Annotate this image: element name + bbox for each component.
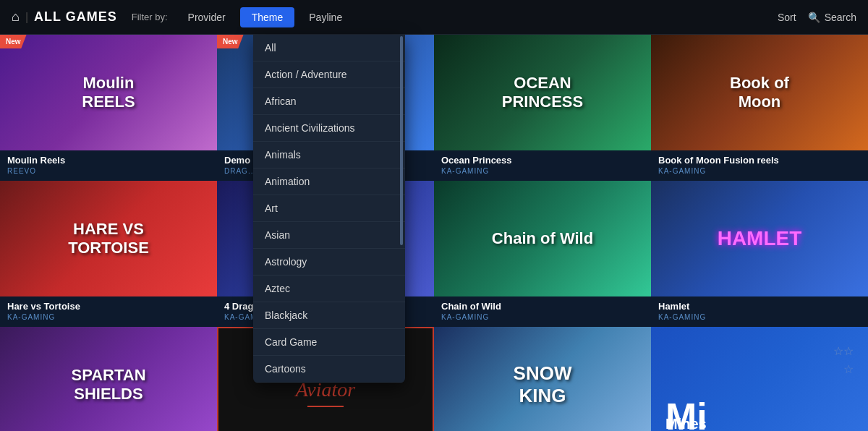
tab-provider[interactable]: Provider — [176, 7, 237, 27]
theme-dropdown: All Action / Adventure African Ancient C… — [253, 35, 405, 383]
game-card-chain-of-wild[interactable]: Chain of Wild Chain of Wild KA-GAMING — [434, 181, 651, 327]
tab-payline[interactable]: Payline — [297, 7, 354, 27]
filter-label: Filter by: — [132, 12, 168, 22]
mines-label: Mines — [665, 416, 707, 431]
main-content: MoulinREELS New Moulin Reels REEVO Demo … — [0, 35, 868, 431]
dropdown-item-ancient-civilizations[interactable]: Ancient Civilizations — [253, 115, 405, 142]
game-title: Ocean Princess — [441, 155, 644, 166]
dropdown-item-animation[interactable]: Animation — [253, 168, 405, 195]
game-card-snow-king[interactable]: SNOWKING Snow King KA-GAMING — [434, 327, 651, 431]
game-card-hare-tortoise[interactable]: HARE VSTORTOISE Hare vs Tortoise KA-GAMI… — [0, 181, 217, 327]
game-image-text: SNOWKING — [508, 357, 578, 413]
dropdown-item-art[interactable]: Art — [253, 195, 405, 222]
sort-button[interactable]: Sort — [778, 12, 796, 23]
game-card-spartan-shields[interactable]: SPARTANSHIELDS Spartan Shields ... — [0, 327, 217, 431]
game-provider: KA-GAMING — [658, 313, 861, 321]
game-card-hamlet[interactable]: HAMLET Hamlet KA-GAMING — [651, 181, 868, 327]
dropdown-item-all[interactable]: All — [253, 35, 405, 61]
game-card-info: Ocean Princess KA-GAMING — [434, 150, 651, 181]
game-card-book-of-moon[interactable]: Book ofMoon Book of Moon Fusion reels KA… — [651, 35, 868, 181]
game-card-info: Book of Moon Fusion reels KA-GAMING — [651, 150, 868, 181]
game-title: Hamlet — [658, 301, 861, 312]
dropdown-item-astrology[interactable]: Astrology — [253, 249, 405, 276]
game-title: Chain of Wild — [441, 301, 644, 312]
game-card-info: Moulin Reels REEVO — [0, 150, 217, 181]
game-provider: REEVO — [7, 167, 210, 175]
game-provider: KA-GAMING — [658, 167, 861, 175]
game-card-ocean-princess[interactable]: OCEANPRINCESS Ocean Princess KA-GAMING — [434, 35, 651, 181]
dropdown-item-african[interactable]: African — [253, 88, 405, 115]
game-image-text: MoulinREELS — [76, 68, 140, 117]
search-icon: 🔍 — [808, 12, 820, 23]
game-card-moulin-reels[interactable]: MoulinREELS New Moulin Reels REEVO — [0, 35, 217, 181]
dropdown-item-blackjack[interactable]: Blackjack — [253, 302, 405, 329]
header: ⌂ | ALL GAMES Filter by: Provider Theme … — [0, 0, 868, 35]
game-title: Book of Moon Fusion reels — [658, 155, 861, 166]
dropdown-item-action-adventure[interactable]: Action / Adventure — [253, 61, 405, 88]
game-card-info: Hamlet KA-GAMING — [651, 296, 868, 327]
game-image-text: SPARTANSHIELDS — [65, 360, 151, 409]
dropdown-item-animals[interactable]: Animals — [253, 142, 405, 168]
header-right: Sort 🔍 Search — [778, 12, 856, 23]
dropdown-item-asian[interactable]: Asian — [253, 222, 405, 249]
tab-theme[interactable]: Theme — [240, 7, 295, 27]
separator: | — [25, 11, 28, 24]
game-grid: MoulinREELS New Moulin Reels REEVO Demo … — [0, 35, 868, 431]
dropdown-scrollbar[interactable] — [400, 36, 403, 245]
filter-tabs: Provider Theme Payline — [176, 7, 354, 27]
game-image-text: Chain of Wild — [486, 223, 599, 254]
game-image-text: Book ofMoon — [724, 68, 795, 117]
game-card-mines[interactable]: Mi ☆☆ ☆ Mines Mines SPRIBE — [651, 327, 868, 431]
game-image-text: HARE VSTORTOISE — [62, 214, 155, 263]
game-image-text: OCEANPRINCESS — [496, 68, 589, 117]
logo: ALL GAMES — [34, 9, 117, 25]
game-image-text: HAMLET — [712, 221, 808, 256]
game-title: Hare vs Tortoise — [7, 301, 210, 312]
search-button[interactable]: 🔍 Search — [808, 12, 856, 23]
dropdown-item-cartoons[interactable]: Cartoons — [253, 356, 405, 383]
game-card-info: Hare vs Tortoise KA-GAMING — [0, 296, 217, 327]
game-provider: KA-GAMING — [7, 313, 210, 321]
dropdown-item-card-game[interactable]: Card Game — [253, 329, 405, 356]
game-card-info: Chain of Wild KA-GAMING — [434, 296, 651, 327]
game-title: Moulin Reels — [7, 155, 210, 166]
dropdown-item-aztec[interactable]: Aztec — [253, 276, 405, 302]
game-provider: KA-GAMING — [441, 313, 644, 321]
home-icon[interactable]: ⌂ — [12, 9, 20, 25]
game-provider: KA-GAMING — [441, 167, 644, 175]
